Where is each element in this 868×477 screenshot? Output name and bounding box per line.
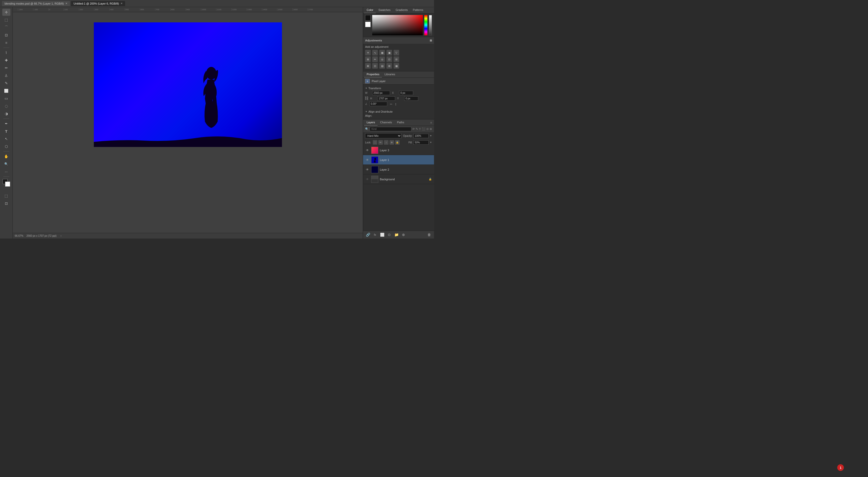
more-tools-btn[interactable]: ··· [2, 168, 10, 175]
fill-arrow[interactable]: ▼ [430, 141, 432, 144]
move-tool-btn[interactable]: ✛ [2, 9, 10, 16]
vibrance-adj[interactable]: ▽ [394, 50, 399, 56]
tab-layers[interactable]: Layers [364, 120, 377, 126]
colorlookup-adj[interactable]: ⊡ [386, 57, 392, 62]
tab-gradients[interactable]: Gradients [393, 7, 410, 13]
threshold-adj[interactable]: ▤ [379, 63, 385, 69]
tab-close-1[interactable]: ✕ [65, 2, 67, 5]
fill-input[interactable] [413, 140, 429, 145]
blur-btn[interactable]: ◌ [2, 102, 10, 109]
heal-btn[interactable]: ✚ [2, 57, 10, 64]
tab-paths[interactable]: Paths [395, 120, 407, 126]
color-spectrum[interactable] [372, 15, 423, 35]
adj-btn[interactable]: ⊙ [386, 232, 392, 237]
quick-select-btn[interactable]: ⊡ [2, 32, 10, 39]
smart-icon[interactable]: ⊙ [426, 127, 429, 131]
exposure-adj[interactable]: ▣ [386, 50, 392, 56]
tab-untitled[interactable]: Untitled-1 @ 200% (Layer 6, RGB/8) ✕ [71, 1, 125, 6]
screen-mode-btn[interactable]: ⊡ [2, 200, 10, 207]
selectivecolor-adj[interactable]: ⊞ [386, 63, 392, 69]
blend-mode-select[interactable]: Hard Mix [365, 133, 401, 138]
tab-color[interactable]: Color [364, 7, 376, 13]
adjustments-header[interactable]: Adjustments ⊞ [363, 37, 434, 44]
folder-btn[interactable]: 📁 [394, 232, 399, 237]
lock-all-btn[interactable]: 🔒 [395, 140, 400, 145]
layers-search-input[interactable] [370, 127, 411, 131]
lasso-tool-btn[interactable]: ⌒ [2, 24, 10, 31]
hsl-adj[interactable]: ⊞ [365, 57, 371, 62]
color-swatches[interactable] [2, 179, 11, 187]
curves-adj[interactable]: ∿ [372, 50, 378, 56]
y-input[interactable] [404, 96, 418, 101]
history-btn[interactable]: ✎ [2, 80, 10, 87]
canvas-scroll-area[interactable] [13, 12, 363, 233]
zoom-btn[interactable]: 🔍 [2, 160, 10, 167]
bg-color-swatch[interactable] [5, 182, 10, 187]
layer-item-3[interactable]: 👁 Layer 3 [363, 146, 434, 155]
opacity-slider[interactable] [429, 15, 432, 35]
lock-image-btn[interactable]: ✏ [378, 140, 383, 145]
layer-item-1[interactable]: 👁 Layer 1 [363, 155, 434, 165]
angle-input[interactable] [369, 102, 387, 106]
lock-transparent-btn[interactable]: ⬚ [373, 140, 377, 145]
background-color-box[interactable] [365, 22, 371, 27]
flip-h-btn[interactable]: ↔ [389, 102, 393, 106]
brush-btn[interactable]: ✏ [2, 64, 10, 71]
opacity-arrow[interactable]: ▼ [430, 134, 432, 137]
channelmixer-adj[interactable]: ⊟ [394, 57, 399, 62]
type-btn[interactable]: T [2, 128, 10, 135]
colorbalance-adj[interactable]: ✏ [372, 57, 378, 62]
x-input[interactable] [399, 91, 413, 95]
eyedropper-btn[interactable]: ⌇ [2, 49, 10, 56]
clone-btn[interactable]: ♙ [2, 72, 10, 79]
lock-position-btn[interactable]: ⊕ [390, 140, 394, 145]
delete-layer-btn[interactable]: 🗑 [426, 232, 432, 237]
invert-adj[interactable]: ⊠ [365, 63, 371, 69]
tab-libraries[interactable]: Libraries [382, 71, 398, 77]
tab-close-2[interactable]: ✕ [121, 2, 123, 5]
layer-item-background[interactable]: 👁 Background 🔒 [363, 174, 434, 184]
layer-item-2[interactable]: 👁 Layer 2 [363, 165, 434, 174]
layers-panel-menu[interactable]: ≡ [429, 120, 433, 125]
gradient-adj[interactable]: ▦ [394, 63, 399, 69]
eraser-btn[interactable]: ⬜ [2, 87, 10, 94]
new-icon[interactable]: ⊕ [430, 127, 432, 131]
mask-btn[interactable]: ⬜ [379, 232, 385, 237]
link-layers-btn[interactable]: 🔗 [365, 232, 371, 237]
pen-btn[interactable]: ✒ [2, 120, 10, 127]
nav-arrow[interactable]: › [61, 234, 61, 237]
shape-btn[interactable]: ⬡ [2, 143, 10, 150]
tab-channels[interactable]: Channels [377, 120, 394, 126]
levels-adj[interactable]: ▦ [379, 50, 385, 56]
path-select-btn[interactable]: ↖ [2, 135, 10, 142]
visibility-background[interactable]: 👁 [365, 177, 370, 182]
brightness-adj[interactable]: ☀ [365, 50, 371, 56]
posterize-adj[interactable]: ⊡ [372, 63, 378, 69]
crop-tool-btn[interactable]: ⌗ [2, 39, 10, 46]
tab-blending-modes[interactable]: blending modes.psd @ 66.7% (Layer 1, RGB… [2, 1, 70, 6]
marquee-tool-btn[interactable]: ⬚ [2, 16, 10, 23]
new-layer-btn[interactable]: ⊕ [401, 232, 406, 237]
tab-swatches[interactable]: Swatches [376, 7, 393, 13]
dodge-btn[interactable]: ◑ [2, 110, 10, 117]
opacity-input[interactable] [413, 134, 429, 138]
color-icon[interactable]: ⬛ [422, 127, 425, 131]
refresh-icon[interactable]: ⟳ [412, 127, 415, 131]
edit-icon[interactable]: ✎ [416, 127, 418, 131]
fx-btn[interactable]: fx [372, 232, 378, 237]
quick-mask-btn[interactable]: ⬚ [2, 192, 10, 199]
filter-icon[interactable]: T [419, 128, 421, 131]
tab-patterns[interactable]: Patterns [410, 7, 426, 13]
visibility-layer2[interactable]: 👁 [365, 167, 370, 172]
hue-slider[interactable] [424, 15, 427, 35]
visibility-layer1[interactable]: 👁 [365, 158, 370, 162]
transform-toggle[interactable]: ▼ Transform [365, 86, 432, 91]
photofilter-adj[interactable]: ◎ [379, 57, 385, 62]
gradient-btn[interactable]: ▭ [2, 95, 10, 102]
align-toggle[interactable]: ▼ Align and Distribute [365, 109, 432, 114]
lock-artboard-btn[interactable]: ↕ [384, 140, 389, 145]
foreground-color-box[interactable] [365, 15, 371, 21]
hand-btn[interactable]: ✋ [2, 153, 10, 160]
w-input[interactable] [372, 91, 390, 95]
tab-properties[interactable]: Properties [364, 71, 382, 77]
